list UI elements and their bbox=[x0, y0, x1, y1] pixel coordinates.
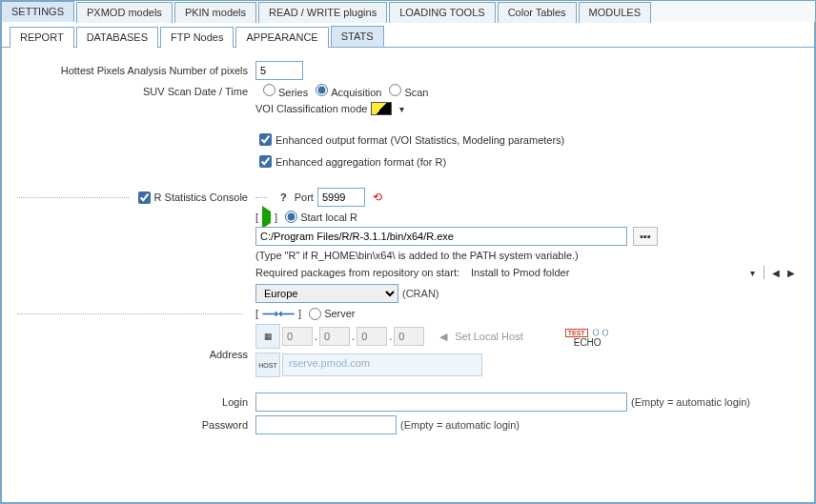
path-hint: (Type "R" if R_HOME\bin\x64\ is added to… bbox=[255, 250, 579, 261]
suv-radio-scan[interactable] bbox=[389, 84, 401, 96]
suv-label: SUV Scan Date / Time bbox=[17, 86, 255, 97]
refresh-icon[interactable]: ⟲ bbox=[373, 191, 382, 204]
voi-color-swatch[interactable] bbox=[371, 102, 392, 115]
ip-part-2[interactable] bbox=[319, 327, 350, 346]
tab-loading-tools[interactable]: LOADING TOOLS bbox=[389, 2, 495, 23]
tab-modules[interactable]: MODULES bbox=[579, 2, 651, 23]
port-input[interactable] bbox=[317, 188, 365, 207]
login-input[interactable] bbox=[255, 393, 627, 412]
browse-button[interactable]: ▪▪▪ bbox=[633, 227, 658, 246]
tab-pxmod[interactable]: PXMOD models bbox=[76, 2, 173, 23]
voi-mode-dropdown-icon[interactable]: ▾ bbox=[399, 104, 404, 114]
tab-appearance[interactable]: APPEARANCE bbox=[235, 27, 328, 48]
start-local-r-radio[interactable] bbox=[285, 211, 297, 223]
play-icon[interactable] bbox=[262, 212, 271, 223]
top-tabs: SETTINGS PXMOD models PKIN models READ /… bbox=[1, 1, 815, 22]
set-local-host-label[interactable]: Set Local Host bbox=[455, 331, 523, 342]
next-arrow-icon[interactable]: ▶ bbox=[784, 265, 799, 280]
tab-stats[interactable]: STATS bbox=[331, 26, 384, 47]
address-label: Address bbox=[17, 324, 255, 360]
tab-databases[interactable]: DATABASES bbox=[76, 27, 158, 48]
tab-ftp-nodes[interactable]: FTP Nodes bbox=[160, 27, 234, 48]
suv-radio-series[interactable] bbox=[263, 84, 275, 96]
voi-classification-label: VOI Classification mode bbox=[255, 103, 367, 114]
sub-tabs: REPORT DATABASES FTP Nodes APPEARANCE ST… bbox=[2, 26, 814, 48]
r-console-checkbox[interactable] bbox=[138, 192, 151, 204]
enhanced-agg-label: Enhanced aggregation format (for R) bbox=[275, 156, 446, 168]
cran-region-select[interactable]: Europe bbox=[255, 284, 398, 303]
hottest-pixels-label: Hottest Pixels Analysis Number of pixels bbox=[17, 65, 255, 76]
password-input[interactable] bbox=[255, 415, 397, 434]
enhanced-output-label: Enhanced output format (VOI Statistics, … bbox=[275, 134, 564, 146]
suv-radio-scan-wrap[interactable]: Scan bbox=[381, 84, 428, 98]
install-dropdown-icon[interactable]: ▾ bbox=[745, 265, 760, 280]
tab-report[interactable]: REPORT bbox=[10, 27, 74, 48]
tab-settings[interactable]: SETTINGS bbox=[1, 1, 74, 22]
suv-radio-acquisition[interactable] bbox=[316, 84, 328, 96]
link-icon[interactable]: ⟶⟵ bbox=[262, 307, 295, 320]
tab-rw-plugins[interactable]: READ / WRITE plugins bbox=[258, 2, 387, 23]
host-icon[interactable]: ▦ bbox=[255, 324, 280, 349]
install-to-label: Install to Pmod folder bbox=[471, 267, 569, 278]
port-label: Port bbox=[295, 192, 314, 203]
cran-label: (CRAN) bbox=[402, 288, 439, 299]
ip-part-1[interactable] bbox=[282, 327, 313, 346]
login-label: Login bbox=[17, 396, 255, 408]
hostname-icon[interactable]: HOST bbox=[255, 353, 280, 377]
start-local-r-label: Start local R bbox=[300, 212, 357, 223]
enhanced-output-checkbox[interactable] bbox=[259, 133, 272, 146]
r-exe-path-input[interactable] bbox=[255, 227, 627, 246]
help-icon[interactable]: ? bbox=[280, 192, 287, 203]
hottest-pixels-input[interactable] bbox=[255, 61, 303, 80]
server-label: Server bbox=[324, 308, 355, 319]
required-pkg-label: Required packages from repository on sta… bbox=[255, 267, 459, 278]
section-divider bbox=[17, 197, 129, 198]
password-label: Password bbox=[17, 419, 255, 431]
prev-arrow-icon[interactable]: ◀ bbox=[768, 265, 784, 280]
enhanced-agg-checkbox[interactable] bbox=[259, 155, 272, 168]
login-hint: (Empty = automatic login) bbox=[631, 396, 750, 408]
r-console-label: R Statistics Console bbox=[154, 192, 248, 203]
tab-color-tables[interactable]: Color Tables bbox=[498, 2, 577, 23]
server-radio[interactable] bbox=[309, 308, 321, 320]
tab-pkin[interactable]: PKIN models bbox=[174, 2, 256, 23]
echo-test-button[interactable]: TEST⟮⟯⟮⟯ ECHO bbox=[565, 326, 610, 348]
rserve-host-input[interactable]: rserve.pmod.com bbox=[282, 353, 482, 376]
password-hint: (Empty = automatic login) bbox=[400, 419, 520, 431]
suv-radio-series-wrap[interactable]: Series bbox=[255, 84, 308, 98]
ip-part-3[interactable] bbox=[357, 327, 387, 346]
suv-radio-acquisition-wrap[interactable]: Acquisition bbox=[308, 84, 381, 98]
stats-panel: Hottest Pixels Analysis Number of pixels… bbox=[2, 48, 814, 448]
ip-part-4[interactable] bbox=[394, 327, 424, 346]
